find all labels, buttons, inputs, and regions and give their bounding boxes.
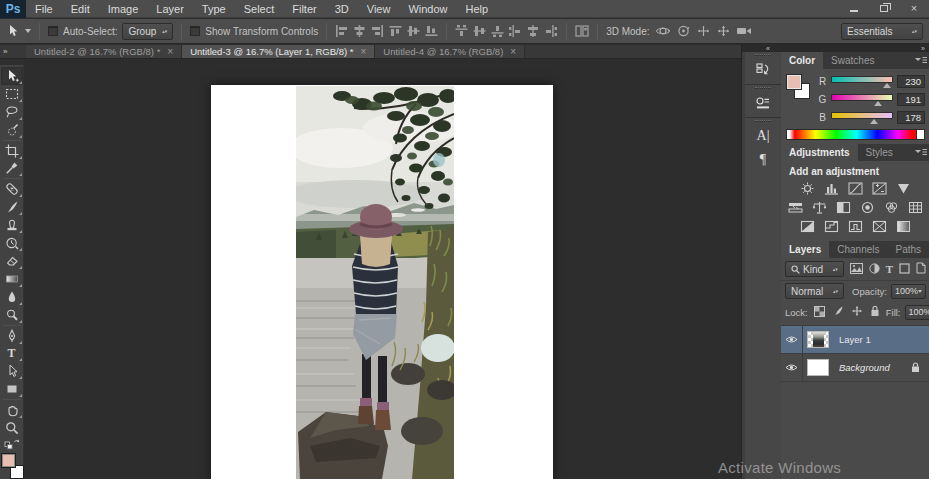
tab-paths[interactable]: Paths	[888, 241, 929, 258]
lock-transparent-pixels-icon[interactable]	[814, 303, 825, 321]
tool-zoom[interactable]	[1, 419, 23, 437]
tool-brush[interactable]	[1, 198, 23, 216]
tool-spot-healing-brush[interactable]	[1, 180, 23, 198]
menu-view[interactable]: View	[358, 0, 400, 18]
tool-hand[interactable]	[1, 401, 23, 419]
tab-color[interactable]: Color	[781, 52, 823, 69]
adjustment-color-balance-icon[interactable]	[811, 200, 828, 214]
tab-untitled-3[interactable]: Untitled-3 @ 16.7% (Layer 1, RGB/8) * ×	[182, 45, 375, 58]
filter-pixel-layers-icon[interactable]	[850, 260, 863, 278]
paragraph-panel-icon[interactable]: ¶	[751, 150, 775, 170]
tool-quick-selection[interactable]	[1, 121, 23, 139]
adjustment-vibrance-icon[interactable]	[895, 181, 912, 195]
menu-window[interactable]: Window	[399, 0, 456, 18]
tab-layers[interactable]: Layers	[781, 241, 829, 258]
spectrum-gradient[interactable]	[787, 130, 916, 139]
minimize-button[interactable]	[839, 0, 869, 16]
panel-menu-icon[interactable]	[915, 144, 929, 161]
distribute-bottom-edges-icon[interactable]	[491, 25, 504, 37]
menu-layer[interactable]: Layer	[147, 0, 193, 18]
red-slider[interactable]	[831, 75, 893, 87]
filter-smart-object-icon[interactable]	[916, 260, 926, 278]
tab-close-icon[interactable]: ×	[167, 47, 173, 57]
tab-close-icon[interactable]: ×	[360, 47, 366, 57]
background-thumbnail[interactable]	[807, 359, 829, 376]
tool-pen[interactable]	[1, 327, 23, 345]
layer-visibility-toggle[interactable]	[781, 354, 803, 381]
adjustment-gradient-map-icon[interactable]	[871, 219, 888, 233]
distribute-right-edges-icon[interactable]	[545, 25, 558, 37]
menu-image[interactable]: Image	[99, 0, 148, 18]
adjustment-selective-color-icon[interactable]	[895, 219, 912, 233]
panel-menu-icon[interactable]	[915, 52, 929, 69]
layer-row-background[interactable]: Background	[781, 354, 929, 382]
tool-eraser[interactable]	[1, 252, 23, 270]
workspace-dropdown[interactable]: Essentials ▴▾	[841, 23, 923, 40]
tool-path-selection[interactable]	[1, 362, 23, 380]
distribute-top-edges-icon[interactable]	[455, 25, 468, 37]
tool-eyedropper[interactable]	[1, 160, 23, 178]
collapse-panels-icon[interactable]: «	[766, 45, 770, 52]
close-button[interactable]: ×	[899, 0, 929, 16]
adjustment-curves-icon[interactable]	[847, 181, 864, 195]
blue-slider-thumb[interactable]	[870, 119, 878, 124]
align-bottom-edges-icon[interactable]	[425, 25, 438, 37]
green-slider-thumb[interactable]	[874, 101, 882, 106]
history-panel-icon[interactable]	[751, 60, 775, 80]
adjustment-invert-icon[interactable]	[799, 219, 816, 233]
red-slider-thumb[interactable]	[883, 83, 891, 88]
menu-3d[interactable]: 3D	[326, 0, 358, 18]
show-transform-controls-checkbox[interactable]	[190, 26, 200, 36]
tool-history-brush[interactable]	[1, 234, 23, 252]
tab-styles[interactable]: Styles	[858, 144, 901, 161]
blue-slider[interactable]	[831, 111, 893, 123]
fill-dropdown[interactable]: 100%	[905, 305, 929, 320]
menu-select[interactable]: Select	[235, 0, 284, 18]
default-and-swap-colors[interactable]	[1, 437, 23, 451]
layer-visibility-toggle[interactable]	[781, 326, 803, 353]
align-right-edges-icon[interactable]	[371, 25, 384, 37]
3d-rotate-icon[interactable]	[655, 24, 671, 38]
lock-all-icon[interactable]	[870, 303, 880, 321]
tool-rectangle[interactable]	[1, 380, 23, 398]
menu-filter[interactable]: Filter	[283, 0, 325, 18]
auto-select-checkbox[interactable]	[48, 26, 58, 36]
tab-channels[interactable]: Channels	[829, 241, 887, 258]
3d-roll-icon[interactable]	[676, 24, 691, 38]
layer-row-layer-1[interactable]: Layer 1	[781, 326, 929, 354]
tab-untitled-4[interactable]: Untitled-4 @ 16.7% (RGB/8) ×	[375, 45, 525, 58]
green-slider[interactable]	[831, 93, 893, 105]
3d-slide-icon[interactable]	[716, 24, 731, 38]
foreground-color-swatch[interactable]	[1, 453, 16, 468]
distribute-vertical-centers-icon[interactable]	[473, 25, 486, 37]
auto-align-layers-icon[interactable]	[575, 25, 589, 37]
red-value-field[interactable]: 230	[897, 75, 925, 88]
tool-dodge[interactable]	[1, 306, 23, 324]
tool-crop[interactable]	[1, 142, 23, 160]
drag-grip[interactable]	[755, 87, 771, 89]
menu-file[interactable]: File	[26, 0, 62, 18]
adjustment-photo-filter-icon[interactable]	[859, 200, 876, 214]
photo-layer-image[interactable]	[296, 86, 454, 479]
tab-close-icon[interactable]: ×	[510, 47, 516, 57]
filter-adjustment-layers-icon[interactable]	[869, 260, 880, 278]
foreground-color-chip[interactable]	[786, 74, 802, 90]
adjustment-channel-mixer-icon[interactable]	[883, 200, 900, 214]
adjustment-posterize-icon[interactable]	[823, 219, 840, 233]
layer-name[interactable]: Layer 1	[839, 334, 871, 345]
3d-drag-icon[interactable]	[696, 24, 711, 38]
tools-panel-header[interactable]	[0, 59, 24, 65]
menu-help[interactable]: Help	[457, 0, 498, 18]
align-vertical-centers-icon[interactable]	[407, 25, 420, 37]
drag-grip[interactable]	[755, 54, 771, 56]
properties-panel-icon[interactable]	[751, 93, 775, 113]
layer-name[interactable]: Background	[839, 362, 890, 373]
blue-value-field[interactable]: 178	[897, 111, 925, 124]
lock-position-icon[interactable]	[851, 303, 863, 321]
opacity-dropdown[interactable]: 100%	[891, 284, 926, 299]
distribute-horizontal-centers-icon[interactable]	[527, 25, 540, 37]
character-panel-icon[interactable]: A|	[751, 126, 775, 146]
tab-overflow-icon[interactable]: »	[0, 45, 26, 58]
filter-kind-dropdown[interactable]: Kind ▴▾	[785, 261, 844, 277]
drag-grip[interactable]	[755, 120, 771, 122]
